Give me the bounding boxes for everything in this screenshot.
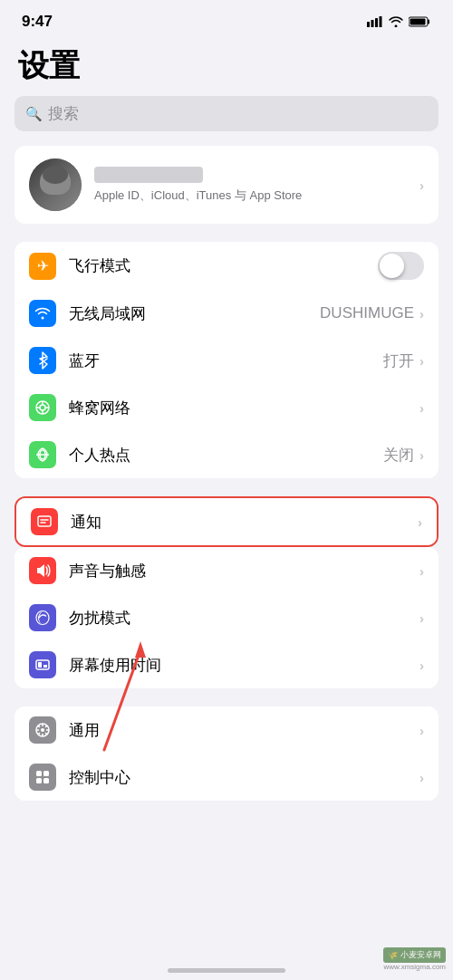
wifi-chevron: ›	[419, 306, 424, 322]
sound-section-inner: 声音与触感 › 勿扰模式 ›	[14, 547, 439, 688]
page-header: 设置	[0, 38, 453, 96]
general-section: 通用 › 控制中心 ›	[0, 706, 453, 801]
sound-section: 声音与触感 › 勿扰模式 ›	[0, 547, 453, 688]
hotspot-value: 关闭	[383, 445, 414, 466]
sound-label: 声音与触感	[69, 561, 419, 581]
network-section: ✈ 飞行模式 无线局域网 DUSHIMUGE ›	[0, 242, 453, 478]
watermark: 🌾 小麦安卓网 www.xmsigma.com	[383, 947, 446, 971]
dnd-icon	[29, 604, 56, 631]
screentime-chevron: ›	[419, 658, 424, 673]
hotspot-label: 个人热点	[69, 445, 383, 466]
notification-icon	[31, 508, 58, 535]
notification-row[interactable]: 通知 ›	[16, 498, 437, 545]
sound-icon	[29, 557, 56, 584]
svg-rect-5	[428, 20, 429, 24]
svg-rect-0	[367, 22, 370, 27]
wifi-row[interactable]: 无线局域网 DUSHIMUGE ›	[14, 290, 439, 337]
dnd-chevron: ›	[419, 610, 424, 626]
notification-label: 通知	[71, 512, 418, 533]
svg-rect-20	[38, 662, 42, 668]
sound-row[interactable]: 声音与触感 ›	[14, 547, 439, 594]
general-row[interactable]: 通用 ›	[14, 706, 439, 754]
hotspot-chevron: ›	[419, 447, 424, 463]
airplane-toggle[interactable]	[378, 252, 424, 280]
control-center-row[interactable]: 控制中心 ›	[14, 754, 439, 801]
search-placeholder: 搜索	[48, 103, 79, 124]
wifi-icon	[389, 16, 403, 27]
hotspot-row[interactable]: 个人热点 关闭 ›	[14, 431, 439, 478]
bluetooth-value: 打开	[383, 351, 414, 371]
svg-rect-35	[43, 778, 49, 783]
general-label: 通用	[69, 720, 419, 741]
general-section-inner: 通用 › 控制中心 ›	[14, 706, 439, 801]
profile-section: Apple ID、iCloud、iTunes 与 App Store ›	[14, 146, 439, 224]
screentime-label: 屏幕使用时间	[69, 655, 419, 676]
svg-point-23	[41, 728, 44, 732]
cellular-row[interactable]: 蜂窝网络 ›	[14, 384, 439, 431]
wifi-setting-icon	[29, 300, 56, 327]
svg-rect-2	[375, 18, 378, 27]
svg-rect-1	[371, 20, 374, 27]
screentime-row[interactable]: 屏幕使用时间 ›	[14, 641, 439, 688]
svg-rect-33	[43, 771, 49, 776]
control-center-chevron: ›	[419, 770, 424, 785]
control-center-label: 控制中心	[69, 767, 419, 788]
svg-line-29	[45, 733, 47, 735]
svg-line-31	[45, 725, 47, 727]
profile-row[interactable]: Apple ID、iCloud、iTunes 与 App Store ›	[14, 146, 439, 224]
cellular-label: 蜂窝网络	[69, 398, 419, 418]
airplane-icon: ✈	[29, 253, 56, 280]
search-bar[interactable]: 🔍 搜索	[14, 96, 439, 131]
notification-chevron: ›	[418, 514, 422, 530]
page-title: 设置	[18, 45, 435, 87]
dnd-row[interactable]: 勿扰模式 ›	[14, 594, 439, 641]
signal-icon	[367, 16, 383, 27]
bluetooth-label: 蓝牙	[69, 351, 383, 371]
battery-icon	[409, 16, 431, 27]
bluetooth-icon	[29, 347, 56, 374]
screentime-icon	[29, 651, 56, 678]
status-icons	[367, 16, 431, 27]
bluetooth-row[interactable]: 蓝牙 打开 ›	[14, 337, 439, 384]
notification-highlighted-row[interactable]: 通知 ›	[14, 496, 439, 547]
status-bar: 9:47	[0, 0, 453, 38]
svg-rect-32	[36, 771, 42, 776]
profile-info: Apple ID、iCloud、iTunes 与 App Store	[94, 167, 419, 204]
svg-line-28	[38, 725, 40, 727]
control-center-icon	[29, 764, 56, 791]
cellular-chevron: ›	[419, 400, 424, 416]
general-icon	[29, 716, 56, 744]
wifi-value: DUSHIMUGE	[320, 304, 414, 322]
svg-line-30	[38, 733, 40, 735]
airplane-mode-row[interactable]: ✈ 飞行模式	[14, 242, 439, 290]
wifi-label: 无线局域网	[69, 303, 320, 324]
dnd-label: 勿扰模式	[69, 608, 419, 629]
svg-rect-34	[36, 778, 42, 783]
airplane-label: 飞行模式	[69, 255, 378, 276]
svg-rect-3	[380, 16, 382, 27]
svg-rect-21	[43, 665, 47, 668]
avatar	[29, 159, 82, 211]
profile-subtitle: Apple ID、iCloud、iTunes 与 App Store	[94, 187, 419, 204]
svg-rect-6	[410, 19, 426, 25]
profile-name-blur	[94, 167, 203, 183]
svg-rect-15	[38, 516, 51, 526]
svg-point-8	[40, 405, 45, 410]
status-time: 9:47	[22, 13, 53, 31]
home-indicator	[168, 968, 285, 973]
general-chevron: ›	[419, 723, 424, 738]
network-section-inner: ✈ 飞行模式 无线局域网 DUSHIMUGE ›	[14, 242, 439, 478]
bluetooth-chevron: ›	[419, 353, 424, 369]
profile-chevron: ›	[419, 178, 424, 193]
cellular-icon	[29, 394, 56, 421]
search-icon: 🔍	[25, 106, 43, 122]
hotspot-icon	[29, 441, 56, 468]
sound-chevron: ›	[419, 563, 424, 579]
